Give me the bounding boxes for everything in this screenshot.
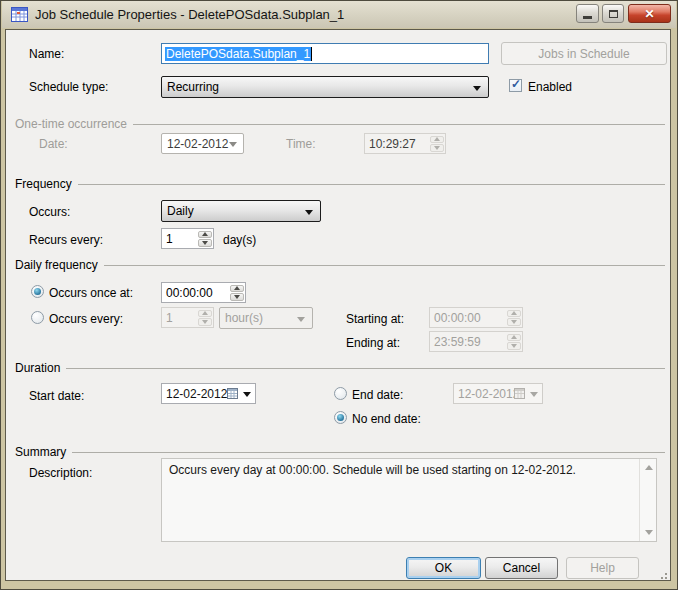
daily-frequency-group: Daily frequency <box>15 258 665 272</box>
spin-up-icon[interactable] <box>507 334 521 342</box>
spin-down-icon[interactable] <box>198 239 212 247</box>
one-time-occurrence-group: One-time occurrence <box>15 117 665 131</box>
ending-at-label: Ending at: <box>346 336 400 350</box>
minimize-button[interactable] <box>576 4 599 23</box>
name-input-selected-text: DeletePOSdata.Subplan_1 <box>165 47 311 61</box>
spin-down-icon[interactable] <box>230 293 244 301</box>
occurs-once-time-spinner[interactable]: 00:00:00 <box>161 282 246 303</box>
maximize-button[interactable] <box>602 4 624 23</box>
end-date-picker[interactable]: 12-02-2012 <box>453 383 543 404</box>
recurs-every-spinner[interactable]: 1 <box>161 228 214 249</box>
no-end-date-label: No end date: <box>352 412 421 426</box>
occurs-every-unit-dropdown[interactable]: hour(s) <box>219 307 313 329</box>
spin-down-icon[interactable] <box>430 144 444 152</box>
calendar-icon <box>227 388 238 399</box>
name-label: Name: <box>29 47 64 61</box>
one-time-date-picker[interactable]: 12-02-2012 <box>161 133 244 154</box>
scroll-down-icon[interactable] <box>645 530 653 535</box>
chevron-down-icon <box>243 392 251 397</box>
end-date-radio[interactable] <box>334 387 347 400</box>
cancel-button[interactable]: Cancel <box>485 557 558 579</box>
frequency-group: Frequency <box>15 177 665 191</box>
close-icon: ✕ <box>644 7 654 21</box>
spin-down-icon[interactable] <box>198 318 212 326</box>
chevron-down-icon <box>229 142 237 147</box>
calendar-icon <box>514 388 525 399</box>
schedule-type-label: Schedule type: <box>29 80 108 94</box>
description-scrollbar[interactable] <box>639 459 656 541</box>
time-label: Time: <box>286 137 316 151</box>
chevron-down-icon <box>305 210 313 215</box>
job-schedule-properties-dialog: Job Schedule Properties - DeletePOSdata.… <box>0 0 678 590</box>
enabled-checkbox[interactable]: ✓ <box>509 79 522 92</box>
date-label: Date: <box>39 137 68 151</box>
occurs-dropdown[interactable]: Daily <box>161 200 321 222</box>
summary-group: Summary <box>15 445 665 459</box>
close-button[interactable]: ✕ <box>628 4 671 23</box>
description-label: Description: <box>29 466 92 480</box>
spin-up-icon[interactable] <box>198 231 212 239</box>
enabled-label: Enabled <box>528 80 572 94</box>
spin-down-icon[interactable] <box>507 318 521 326</box>
start-date-picker[interactable]: 12-02-2012 <box>161 383 256 404</box>
chevron-down-icon <box>530 392 538 397</box>
maximize-icon <box>609 10 618 18</box>
spin-up-icon[interactable] <box>430 136 444 144</box>
ending-at-spinner[interactable]: 23:59:59 <box>429 331 523 352</box>
scroll-up-icon[interactable] <box>645 465 653 470</box>
name-input[interactable]: DeletePOSdata.Subplan_1 <box>161 43 489 64</box>
schedule-type-dropdown[interactable]: Recurring <box>161 76 489 98</box>
chevron-down-icon <box>297 317 305 322</box>
ok-button[interactable]: OK <box>406 557 481 579</box>
description-text: Occurs every day at 00:00:00. Schedule w… <box>169 463 632 478</box>
one-time-time-spinner[interactable]: 10:29:27 <box>364 133 446 154</box>
resize-grip-icon[interactable] <box>655 567 669 581</box>
starting-at-spinner[interactable]: 00:00:00 <box>429 307 523 328</box>
checkmark-icon: ✓ <box>511 77 521 91</box>
minimize-icon <box>583 16 592 19</box>
occurs-once-label: Occurs once at: <box>49 286 133 300</box>
starting-at-label: Starting at: <box>346 312 404 326</box>
end-date-label: End date: <box>352 388 403 402</box>
occurs-every-spinner[interactable]: 1 <box>161 307 214 328</box>
jobs-in-schedule-button[interactable]: Jobs in Schedule <box>501 42 667 65</box>
recurs-unit-label: day(s) <box>223 233 256 247</box>
description-textarea[interactable]: Occurs every day at 00:00:00. Schedule w… <box>161 458 657 542</box>
chevron-down-icon <box>473 86 481 91</box>
spin-up-icon[interactable] <box>507 310 521 318</box>
no-end-date-radio[interactable] <box>334 411 347 424</box>
spin-up-icon[interactable] <box>198 310 212 318</box>
occurs-every-label: Occurs every: <box>49 312 123 326</box>
recurs-every-label: Recurs every: <box>29 233 103 247</box>
title-bar[interactable]: Job Schedule Properties - DeletePOSdata.… <box>2 1 676 28</box>
help-button[interactable]: Help <box>566 557 639 579</box>
schedule-calendar-icon <box>11 7 28 22</box>
start-date-label: Start date: <box>29 389 84 403</box>
duration-group: Duration <box>15 361 665 375</box>
spin-down-icon[interactable] <box>507 342 521 350</box>
window-title: Job Schedule Properties - DeletePOSdata.… <box>35 7 344 22</box>
spin-up-icon[interactable] <box>230 285 244 293</box>
text-caret <box>311 47 312 61</box>
occurs-label: Occurs: <box>29 205 70 219</box>
occurs-once-radio[interactable] <box>31 285 44 298</box>
occurs-every-radio[interactable] <box>31 311 44 324</box>
